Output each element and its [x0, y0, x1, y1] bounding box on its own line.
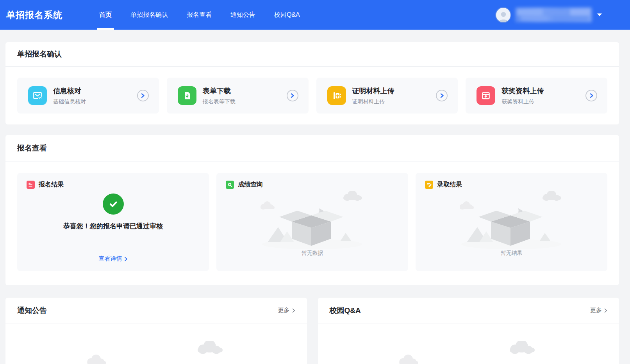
section-notices: 通知公告 更多 [5, 298, 307, 364]
chevron-right-icon [604, 308, 607, 313]
card-text: 证明材料上传 证明材料上传 [352, 86, 394, 105]
go-proof-upload-button[interactable] [436, 90, 448, 101]
card-title: 录取结果 [437, 181, 462, 189]
mail-check-icon [28, 86, 47, 105]
user-menu[interactable] [495, 7, 602, 23]
nav-enroll-view-label: 报名查看 [187, 11, 212, 19]
empty-caption: 暂无结果 [501, 250, 523, 257]
nav-enroll-confirm-label: 单招报名确认 [130, 11, 168, 19]
user-name-redacted [515, 7, 592, 22]
card-form-download[interactable]: 表单下载 报名表等下载 [167, 78, 309, 114]
file-download-icon [178, 86, 196, 105]
card-enroll-result: 报名结果 恭喜您！您的报名申请已通过审核 查看详情 [17, 173, 209, 271]
card-text: 表单下载 报名表等下载 [203, 86, 236, 105]
empty-box-illustration [82, 341, 230, 364]
section-campus-qa: 校园Q&A 更多 [318, 298, 619, 364]
view-details-label: 查看详情 [99, 255, 122, 263]
card-subtitle: 获奖资料上传 [502, 98, 544, 105]
section-enroll-view: 报名查看 报名结果 [5, 135, 619, 285]
top-header: 单招报名系统 首页 单招报名确认 报名查看 通知公告 校园Q&A [0, 0, 630, 30]
section-title: 校园Q&A [330, 305, 361, 316]
card-text: 信息核对 基础信息核对 [53, 86, 86, 105]
nav-home[interactable]: 首页 [90, 0, 121, 30]
section-title: 通知公告 [17, 305, 47, 316]
approval-message: 恭喜您！您的报名申请已通过审核 [63, 222, 163, 231]
section-title: 单招报名确认 [17, 49, 62, 59]
action-card-row: 信息核对 基础信息核对 表单下 [5, 67, 619, 124]
card-text: 获奖资料上传 获奖资料上传 [502, 86, 544, 105]
more-label: 更多 [278, 307, 290, 314]
search-doc-icon [226, 181, 234, 189]
avatar [495, 7, 511, 23]
go-form-download-button[interactable] [287, 90, 298, 101]
bottom-row: 通知公告 更多 校园Q&A 更多 [5, 298, 619, 364]
more-qa-link[interactable]: 更多 [590, 307, 607, 314]
notices-content [5, 323, 307, 364]
nav-notices-label: 通知公告 [230, 11, 255, 19]
card-proof-upload[interactable]: 证明材料上传 证明材料上传 [316, 78, 458, 114]
empty-box-illustration [394, 341, 543, 364]
card-info-check[interactable]: 信息核对 基础信息核对 [17, 78, 159, 114]
section-enroll-view-header: 报名查看 [5, 135, 619, 162]
card-title: 信息核对 [53, 86, 86, 96]
chevron-right-icon [589, 93, 594, 98]
box-upload-icon [477, 86, 495, 105]
card-title: 成绩查询 [238, 181, 263, 189]
main-nav: 首页 单招报名确认 报名查看 通知公告 校园Q&A [90, 0, 309, 30]
report-icon [27, 181, 35, 189]
nav-enroll-view[interactable]: 报名查看 [177, 0, 221, 30]
chevron-down-icon [597, 13, 602, 16]
app-root: 单招报名系统 首页 单招报名确认 报名查看 通知公告 校园Q&A [0, 0, 630, 364]
card-title: 证明材料上传 [352, 86, 394, 96]
card-header: 录取结果 [425, 181, 462, 189]
chevron-right-icon [440, 93, 444, 98]
card-subtitle: 证明材料上传 [352, 98, 394, 105]
empty-box-illustration [456, 191, 567, 250]
more-label: 更多 [590, 307, 602, 314]
nav-enroll-confirm[interactable]: 单招报名确认 [121, 0, 177, 30]
go-info-check-button[interactable] [137, 90, 149, 101]
qa-content [318, 323, 619, 364]
card-header: 成绩查询 [226, 181, 263, 189]
view-details-link[interactable]: 查看详情 [99, 255, 128, 263]
person-icon [497, 10, 510, 22]
app-title: 单招报名系统 [6, 9, 62, 21]
card-score-query: 成绩查询 暂无数据 [216, 173, 408, 271]
empty-box-illustration [257, 191, 368, 250]
archive-upload-icon [327, 86, 346, 105]
card-title: 表单下载 [203, 86, 236, 96]
card-award-upload[interactable]: 获奖资料上传 获奖资料上传 [466, 78, 607, 114]
card-admission-result: 录取结果 暂无结果 [416, 173, 607, 271]
nav-campus-qa-label: 校园Q&A [274, 11, 300, 19]
section-notices-header: 通知公告 更多 [5, 298, 307, 323]
section-campus-qa-header: 校园Q&A 更多 [318, 298, 619, 323]
nav-notices[interactable]: 通知公告 [221, 0, 265, 30]
nav-home-label: 首页 [99, 11, 112, 19]
empty-caption: 暂无数据 [302, 250, 323, 257]
section-title: 报名查看 [17, 143, 47, 153]
go-award-upload-button[interactable] [585, 90, 597, 101]
card-title: 报名结果 [39, 181, 64, 189]
section-enroll-confirm: 单招报名确认 信息核对 基础信息核对 [5, 42, 619, 124]
chevron-right-icon [292, 308, 295, 313]
chevron-right-icon [290, 93, 294, 98]
chevron-right-icon [124, 257, 128, 261]
card-title: 获奖资料上传 [502, 86, 544, 96]
card-header: 报名结果 [27, 181, 64, 189]
chevron-right-icon [141, 93, 145, 98]
edit-doc-icon [425, 181, 433, 189]
nav-campus-qa[interactable]: 校园Q&A [265, 0, 309, 30]
more-notices-link[interactable]: 更多 [278, 307, 295, 314]
card-subtitle: 基础信息核对 [53, 98, 86, 105]
view-card-row: 报名结果 恭喜您！您的报名申请已通过审核 查看详情 [5, 162, 619, 285]
success-check-icon [103, 194, 124, 215]
section-enroll-confirm-header: 单招报名确认 [5, 42, 619, 67]
card-subtitle: 报名表等下载 [203, 98, 236, 105]
